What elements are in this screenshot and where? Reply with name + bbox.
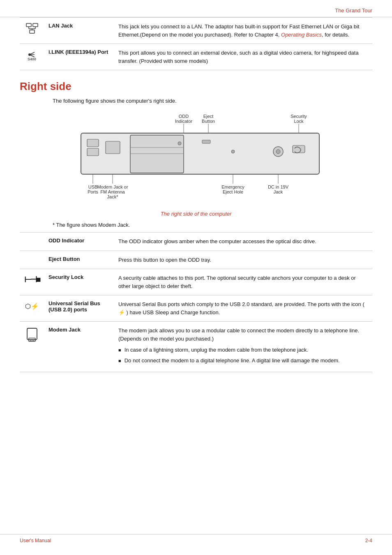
ilink-desc: This port allows you to connect an exter… (114, 44, 372, 70)
footer-right: 2-4 (365, 538, 372, 543)
svg-text:USB: USB (88, 184, 98, 189)
svg-rect-2 (30, 30, 35, 33)
table-row: ⬡⚡ Universal Serial Bus (USB 2.0) ports … (20, 295, 372, 322)
security-lock-label: Security Lock (44, 269, 114, 295)
svg-text:Security: Security (291, 114, 307, 119)
right-side-table: ODD Indicator The ODD indicator glows am… (20, 232, 372, 372)
svg-text:Indicator: Indicator (175, 119, 193, 124)
security-icon-cell: ⊢⊣■ (20, 269, 44, 295)
ilink-label: i.LINK (IEEE1394a) Port (44, 44, 114, 70)
lan-jack-desc: This jack lets you connect to a LAN. The… (114, 18, 372, 44)
section-intro: The following figure shows the computer'… (53, 98, 372, 104)
svg-rect-22 (130, 135, 184, 173)
svg-text:Jack*: Jack* (107, 194, 119, 199)
modem-jack-icon (25, 327, 39, 343)
right-side-heading: Right side (20, 80, 372, 93)
ilink-icon-cell: S400 (20, 44, 44, 70)
table-row: S400 i.LINK (IEEE1394a) Port This port a… (20, 44, 372, 70)
modem-jack-label: Modem Jack (44, 322, 114, 372)
svg-point-27 (231, 150, 235, 153)
usb-label: Universal Serial Bus (USB 2.0) ports (44, 295, 114, 322)
svg-text:Button: Button (202, 119, 215, 124)
main-content: LAN Jack This jack lets you connect to a… (0, 17, 392, 372)
odd-indicator-desc: The ODD indicator glows amber when the c… (114, 233, 372, 251)
modem-warning-list: In case of a lightning storm, unplug the… (118, 346, 368, 364)
svg-rect-19 (87, 139, 99, 147)
svg-point-29 (276, 150, 280, 154)
lan-icon-cell (20, 18, 44, 44)
svg-text:FM Antenna: FM Antenna (100, 189, 125, 194)
eject-icon-cell (20, 251, 44, 269)
svg-rect-21 (106, 141, 120, 154)
table-row: ODD Indicator The ODD indicator glows am… (20, 233, 372, 251)
eject-button-label: Eject Button (44, 251, 114, 269)
usb-desc: Universal Serial Bus ports which comply … (114, 295, 372, 322)
usb-icon: ⬡⚡ (25, 303, 39, 310)
lan-icon (25, 23, 39, 36)
list-item: In case of a lightning storm, unplug the… (118, 346, 368, 354)
odd-indicator-label: ODD Indicator (44, 233, 114, 251)
table-row: LAN Jack This jack lets you connect to a… (20, 18, 372, 44)
page-header: The Grand Tour (0, 0, 392, 17)
svg-rect-20 (87, 148, 99, 156)
security-lock-desc: A security cable attaches to this port. … (114, 269, 372, 295)
svg-text:Ports: Ports (88, 189, 98, 194)
diagram-footnote: * The figure shows Modem Jack. (53, 222, 372, 228)
modem-jack-desc: The modem jack allows you to use a modul… (114, 322, 372, 372)
svg-rect-0 (26, 23, 31, 27)
svg-text:DC in 19V: DC in 19V (268, 184, 289, 189)
svg-text:Eject: Eject (203, 114, 213, 119)
diagram-caption: The right side of the computer (56, 211, 336, 217)
header-title: The Grand Tour (335, 7, 372, 14)
svg-text:Eject Hole: Eject Hole (223, 189, 243, 194)
ilink-port-icon: S400 (25, 49, 39, 62)
usb-icon-cell: ⬡⚡ (20, 295, 44, 322)
ilink-icon: S400 (24, 49, 40, 64)
svg-text:ODD: ODD (179, 114, 189, 119)
svg-text:S400: S400 (28, 57, 36, 61)
svg-rect-1 (33, 23, 38, 27)
svg-rect-26 (202, 140, 210, 143)
diagram-container: ODD Indicator Eject Button Security Lock (56, 111, 336, 217)
svg-rect-30 (293, 145, 305, 153)
svg-text:Jack: Jack (274, 189, 283, 194)
table-row: Eject Button Press this button to open t… (20, 251, 372, 269)
computer-diagram: ODD Indicator Eject Button Security Lock (56, 111, 336, 209)
page-footer: User's Manual 2-4 (0, 534, 392, 547)
list-item: Do not connect the modem to a digital te… (118, 357, 368, 365)
svg-text:Modem Jack or: Modem Jack or (97, 184, 128, 189)
modem-icon-cell (20, 322, 44, 372)
operating-basics-link[interactable]: Operating Basics (281, 32, 322, 38)
svg-text:Emergency: Emergency (221, 184, 244, 189)
table-row: ⊢⊣■ Security Lock A security cable attac… (20, 269, 372, 295)
svg-point-25 (178, 142, 181, 145)
security-lock-icon: ⊢⊣■ (24, 275, 39, 284)
top-feature-table: LAN Jack This jack lets you connect to a… (20, 17, 372, 70)
odd-icon-cell (20, 233, 44, 251)
table-row: Modem Jack The modem jack allows you to … (20, 322, 372, 372)
svg-text:Lock: Lock (294, 119, 304, 124)
footer-left: User's Manual (20, 538, 51, 543)
eject-button-desc: Press this button to open the ODD tray. (114, 251, 372, 269)
lan-jack-label: LAN Jack (44, 18, 114, 44)
